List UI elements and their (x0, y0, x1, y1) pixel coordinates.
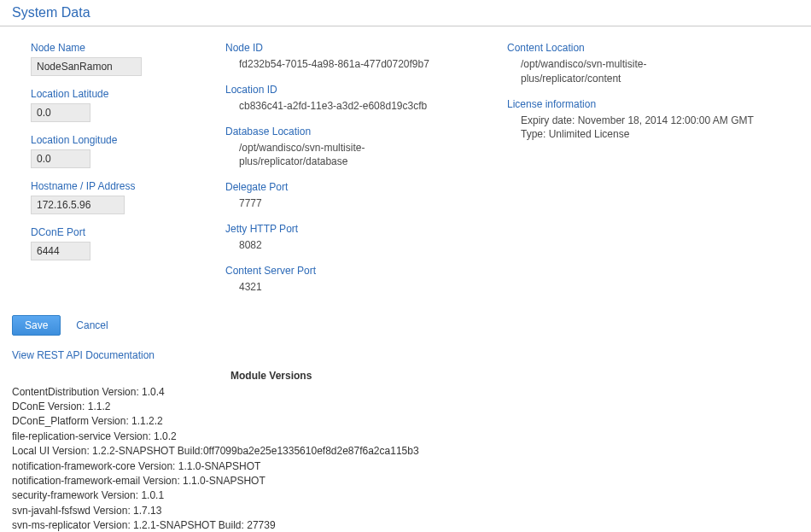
hostname-input[interactable] (31, 196, 125, 214)
dcone-port-label: DConE Port (31, 226, 225, 238)
cancel-link[interactable]: Cancel (76, 319, 108, 331)
license-type: Type: Unlimited License (521, 127, 799, 142)
module-versions-header: Module Versions (0, 370, 811, 385)
db-location-value: /opt/wandisco/svn-multisite-plus/replica… (239, 141, 461, 170)
content-location-value: /opt/wandisco/svn-multisite-plus/replica… (521, 57, 743, 86)
actions-row: Save Cancel (0, 310, 811, 344)
module-version-line: notification-framework-email Version: 1.… (12, 474, 799, 488)
module-versions-list: ContentDistribution Version: 1.0.4DConE … (0, 385, 811, 532)
hostname-label: Hostname / IP Address (31, 180, 225, 192)
node-name-input[interactable] (31, 57, 142, 76)
module-version-line: Local UI Version: 1.2.2-SNAPSHOT Build:0… (12, 444, 799, 459)
save-button[interactable]: Save (12, 315, 61, 336)
node-id-label: Node ID (225, 42, 507, 54)
license-expiry: Expiry date: November 18, 2014 12:00:00 … (521, 114, 777, 128)
latitude-label: Location Latitude (31, 88, 225, 100)
editable-column: Node Name Location Latitude Location Lon… (12, 42, 225, 307)
module-version-line: DConE_Platform Version: 1.1.2.2 (12, 414, 799, 429)
module-version-line: svn-javahl-fsfswd Version: 1.7.13 (12, 504, 799, 518)
db-location-label: Database Location (225, 126, 507, 137)
node-id-value: fd232b54-7015-4a98-861a-477d0720f9b7 (239, 57, 507, 72)
module-version-line: security-framework Version: 1.0.1 (12, 488, 799, 503)
module-version-line: notification-framework-core Version: 1.1… (12, 459, 799, 474)
module-version-line: ContentDistribution Version: 1.0.4 (12, 385, 799, 400)
location-id-label: Location ID (225, 84, 507, 96)
content-port-value: 4321 (239, 280, 507, 295)
page-title: System Data (0, 0, 811, 26)
module-version-line: file-replication-service Version: 1.0.2 (12, 430, 799, 444)
module-version-line: svn-ms-replicator Version: 1.2.1-SNAPSHO… (12, 518, 799, 532)
jetty-port-label: Jetty HTTP Port (225, 223, 507, 235)
location-id-value: cb836c41-a2fd-11e3-a3d2-e608d19c3cfb (239, 99, 507, 114)
delegate-port-value: 7777 (239, 196, 507, 211)
module-version-line: DConE Version: 1.1.2 (12, 400, 799, 414)
jetty-port-value: 8082 (239, 238, 507, 253)
rest-api-link[interactable]: View REST API Documentation (0, 344, 811, 370)
latitude-input[interactable] (31, 103, 90, 122)
longitude-input[interactable] (31, 149, 90, 168)
readonly-column-1: Node ID fd232b54-7015-4a98-861a-477d0720… (225, 42, 507, 307)
license-info-label: License information (507, 98, 799, 110)
node-name-label: Node Name (31, 42, 225, 54)
readonly-column-2: Content Location /opt/wandisco/svn-multi… (507, 42, 799, 307)
content-port-label: Content Server Port (225, 265, 507, 277)
longitude-label: Location Longitude (31, 134, 225, 146)
dcone-port-input[interactable] (31, 242, 90, 260)
delegate-port-label: Delegate Port (225, 181, 507, 193)
main-columns: Node Name Location Latitude Location Lon… (0, 26, 811, 310)
content-location-label: Content Location (507, 42, 799, 54)
